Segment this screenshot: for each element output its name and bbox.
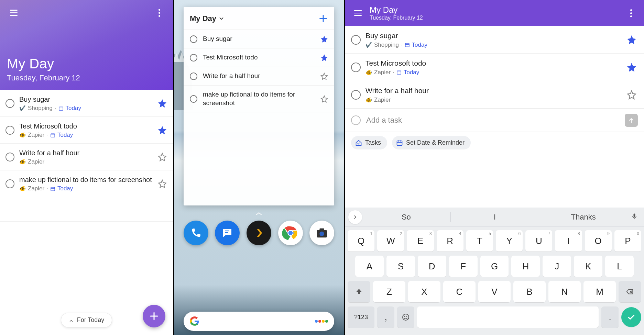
key-n[interactable]: N: [548, 281, 581, 302]
key-p[interactable]: P0: [614, 230, 641, 252]
key-s[interactable]: S: [386, 256, 415, 277]
svg-rect-18: [397, 71, 401, 74]
key-enter[interactable]: [621, 307, 641, 327]
key-a[interactable]: A: [355, 256, 384, 277]
star-button[interactable]: [627, 90, 636, 100]
task-row[interactable]: make up fictional to do items for screen…: [184, 86, 334, 112]
key-emoji[interactable]: [397, 306, 414, 328]
widget-list-selector[interactable]: My Day: [190, 14, 225, 23]
complete-checkbox[interactable]: [190, 95, 197, 103]
star-button[interactable]: [158, 99, 167, 108]
complete-checkbox[interactable]: [6, 126, 14, 135]
key-comma[interactable]: ,: [377, 306, 394, 328]
more-options-button[interactable]: [624, 6, 638, 20]
key-g[interactable]: G: [480, 256, 509, 277]
complete-checkbox[interactable]: [6, 99, 14, 108]
complete-checkbox[interactable]: [6, 179, 14, 188]
widget-add-button[interactable]: [318, 14, 328, 23]
key-u[interactable]: U7: [525, 230, 552, 252]
task-row[interactable]: make up fictional to do items for screen…: [0, 170, 173, 197]
key-f[interactable]: F: [449, 256, 478, 277]
complete-checkbox[interactable]: [351, 90, 361, 100]
key-k[interactable]: K: [574, 256, 602, 277]
task-row[interactable]: Write for a half hour 🐠 Zapier: [345, 81, 644, 109]
set-date-reminder-chip[interactable]: Set Date & Reminder: [392, 136, 471, 149]
star-button[interactable]: [320, 54, 328, 62]
key-w[interactable]: W2: [377, 230, 404, 252]
suggestion[interactable]: So: [362, 213, 450, 222]
key-v[interactable]: V: [478, 281, 511, 302]
key-backspace[interactable]: [619, 281, 641, 302]
key-h[interactable]: H: [511, 256, 540, 277]
complete-checkbox[interactable]: [351, 35, 361, 45]
star-button[interactable]: [320, 72, 328, 80]
key-x[interactable]: X: [408, 281, 440, 302]
add-task-fab[interactable]: [143, 305, 165, 327]
star-button[interactable]: [320, 35, 328, 43]
task-row[interactable]: Write for a half hour 🐠 Zapier: [0, 144, 173, 170]
key-r[interactable]: R4: [437, 230, 463, 252]
key-l[interactable]: L: [605, 256, 634, 277]
star-button[interactable]: [158, 153, 167, 161]
task-row[interactable]: Test Microsoft todo: [184, 48, 334, 67]
key-e[interactable]: E3: [407, 230, 434, 252]
messages-app-icon[interactable]: [215, 221, 240, 245]
submit-task-button[interactable]: [625, 114, 638, 127]
for-today-chip[interactable]: For Today: [61, 313, 112, 327]
key-j[interactable]: J: [543, 256, 571, 277]
key-z[interactable]: Z: [373, 281, 405, 302]
complete-checkbox[interactable]: [6, 153, 14, 161]
task-row[interactable]: Buy sugar ✔️ Shopping · Today: [0, 90, 173, 117]
svg-point-25: [403, 314, 409, 320]
task-row[interactable]: Test Microsoft todo 🐠 Zapier · Today: [345, 54, 644, 81]
suggestion[interactable]: I: [451, 213, 539, 222]
key-o[interactable]: O9: [585, 230, 612, 252]
star-button[interactable]: [158, 179, 167, 188]
key-m[interactable]: M: [583, 281, 616, 302]
list-icon: 🐠: [19, 159, 26, 165]
star-button[interactable]: [627, 35, 636, 45]
star-button[interactable]: [320, 95, 328, 103]
phone-app-icon[interactable]: [184, 221, 208, 245]
suggestion[interactable]: Thanks: [539, 213, 627, 222]
camera-app-icon[interactable]: [309, 221, 334, 245]
tasks-chip[interactable]: Tasks: [351, 136, 387, 149]
key-symbols[interactable]: ?123: [348, 306, 374, 328]
key-space[interactable]: [417, 306, 599, 328]
for-today-label: For Today: [77, 316, 105, 324]
task-row[interactable]: Write for a half hour: [184, 67, 334, 86]
star-button[interactable]: [158, 126, 167, 135]
plex-app-icon[interactable]: [247, 221, 271, 245]
chrome-app-icon[interactable]: [278, 221, 303, 245]
star-button[interactable]: [627, 63, 636, 72]
key-period[interactable]: .: [601, 306, 619, 328]
task-row[interactable]: Buy sugar: [184, 30, 334, 48]
hamburger-menu-button[interactable]: [7, 6, 21, 20]
key-d[interactable]: D: [418, 256, 446, 277]
key-t[interactable]: T5: [466, 230, 493, 252]
key-i[interactable]: I8: [555, 230, 582, 252]
add-task-input[interactable]: [366, 116, 619, 125]
hamburger-menu-button[interactable]: [351, 6, 365, 20]
key-b[interactable]: B: [513, 281, 546, 302]
key-y[interactable]: Y6: [496, 230, 523, 252]
key-q[interactable]: Q1: [348, 230, 374, 252]
assistant-icon[interactable]: [315, 320, 328, 323]
todo-widget[interactable]: My Day Buy sugar Test Microsoft todo Wri…: [184, 7, 334, 205]
more-options-button[interactable]: [152, 6, 166, 20]
key-c[interactable]: C: [443, 281, 476, 302]
complete-checkbox[interactable]: [190, 54, 197, 62]
complete-checkbox[interactable]: [190, 35, 197, 43]
complete-checkbox[interactable]: [351, 115, 361, 125]
page-date: Tuesday, February 12: [7, 74, 80, 82]
app-drawer-handle[interactable]: [256, 211, 262, 217]
expand-suggestions-button[interactable]: [348, 210, 362, 224]
task-row[interactable]: Buy sugar ✔️ Shopping · Today: [345, 26, 644, 54]
task-row[interactable]: Test Microsoft todo 🐠 Zapier · Today: [0, 117, 173, 144]
complete-checkbox[interactable]: [190, 72, 197, 80]
voice-input-button[interactable]: [627, 212, 641, 222]
google-search-bar[interactable]: [184, 312, 334, 331]
complete-checkbox[interactable]: [351, 63, 361, 72]
key-shift[interactable]: [348, 281, 370, 302]
task-title: Buy sugar: [365, 31, 622, 40]
